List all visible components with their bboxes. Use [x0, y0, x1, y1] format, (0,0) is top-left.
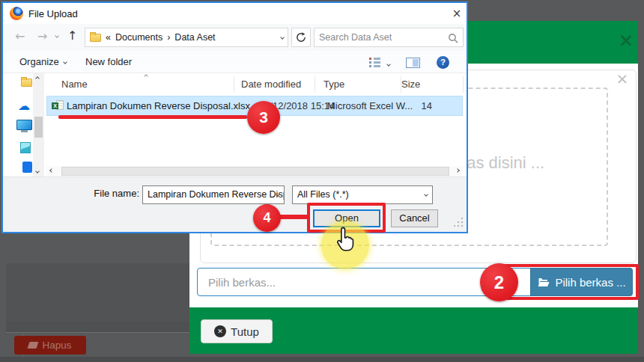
file-name-cell: Lampiran Dokumen Reverse Disposal.xlsx	[67, 100, 250, 111]
annotation-underline	[58, 115, 247, 119]
address-bar[interactable]: « Documents › Data Aset	[85, 28, 288, 47]
dimmed-page-block	[6, 263, 190, 322]
scroll-right-icon[interactable]	[455, 168, 460, 173]
horizontal-scrollbar[interactable]	[46, 166, 463, 177]
breadcrumb-documents[interactable]: Documents	[115, 32, 162, 43]
view-dropdown-icon[interactable]	[386, 62, 391, 67]
panel-close-icon[interactable]: ×	[614, 70, 631, 87]
column-divider[interactable]	[463, 76, 464, 93]
scrollbar-thumb[interactable]	[61, 167, 449, 176]
back-icon[interactable]: ←	[15, 31, 25, 43]
column-divider[interactable]	[234, 76, 234, 93]
scroll-down-icon[interactable]	[35, 169, 40, 174]
step-badge-2: 2	[480, 263, 518, 301]
tutup-button[interactable]: ✕ Tutup	[201, 319, 273, 343]
modal-close-icon[interactable]: ×	[617, 31, 635, 49]
sort-ascending-icon	[144, 74, 148, 79]
dialog-close-icon[interactable]: ×	[450, 7, 464, 20]
dialog-toolbar: Organize New folder ?	[3, 51, 467, 73]
column-header-date[interactable]: Date modified	[241, 79, 301, 90]
file-name-combobox[interactable]: Lampiran Dokumen Reverse Disposal.xlsx	[142, 185, 285, 204]
dialog-titlebar[interactable]: File Upload ×	[3, 3, 467, 24]
column-header-type[interactable]: Type	[323, 79, 344, 90]
resize-grip[interactable]	[461, 225, 463, 227]
help-icon[interactable]: ?	[437, 56, 449, 69]
scrollbar-thumb[interactable]	[34, 117, 43, 138]
sidebar-folder-icon[interactable]	[21, 79, 32, 87]
chevron-down-icon	[63, 60, 67, 64]
onedrive-icon[interactable]: ☁	[18, 100, 30, 112]
forward-icon[interactable]: →	[37, 31, 47, 43]
details-view-icon[interactable]	[369, 58, 381, 67]
breadcrumb-current[interactable]: Data Aset	[174, 32, 215, 43]
3d-objects-icon[interactable]	[20, 142, 31, 153]
file-name-label: File name:	[93, 188, 139, 199]
cancel-button[interactable]: Cancel	[391, 209, 438, 227]
refresh-icon	[296, 32, 306, 43]
up-icon[interactable]: ↑	[67, 30, 77, 42]
hapus-label: Hapus	[42, 340, 71, 351]
page-divider	[6, 332, 190, 333]
history-dropdown-icon[interactable]	[55, 34, 59, 38]
preview-pane-icon[interactable]	[406, 58, 420, 68]
new-folder-button[interactable]: New folder	[85, 56, 132, 67]
scroll-left-icon[interactable]	[49, 168, 54, 173]
sidebar-scrollbar[interactable]	[33, 73, 44, 177]
step-badge-3: 3	[247, 101, 280, 134]
dialog-navbar: ← → ↑ « Documents › Data Aset	[3, 24, 467, 51]
file-name-value: Lampiran Dokumen Reverse Disposal.xlsx	[148, 189, 285, 200]
column-divider[interactable]	[315, 76, 315, 93]
firefox-icon	[10, 7, 23, 20]
organize-button[interactable]: Organize	[19, 56, 67, 67]
desktop-icon[interactable]	[22, 162, 32, 173]
chevron-down-icon[interactable]	[424, 192, 428, 197]
search-box[interactable]	[314, 28, 464, 47]
breadcrumb-root[interactable]: «	[106, 32, 111, 43]
organize-label: Organize	[19, 56, 59, 67]
search-input[interactable]	[319, 29, 446, 46]
tutup-label: Tutup	[231, 325, 259, 338]
dialog-title: File Upload	[28, 8, 78, 19]
breadcrumb-separator: ›	[167, 32, 170, 43]
file-type-value: All Files (*.*)	[297, 189, 349, 200]
column-header-name[interactable]: Name	[61, 79, 88, 90]
folder-icon	[90, 34, 101, 42]
close-circle-icon: ✕	[214, 325, 226, 337]
search-icon[interactable]	[448, 33, 458, 46]
excel-file-icon: X	[52, 100, 64, 111]
file-size-cell: 14	[422, 100, 432, 111]
scroll-up-icon[interactable]	[35, 76, 40, 81]
step-badge-4: 4	[253, 204, 281, 232]
refresh-button[interactable]	[291, 28, 311, 47]
hand-cursor-icon	[335, 226, 357, 256]
column-divider[interactable]	[401, 76, 401, 93]
this-pc-icon[interactable]	[16, 120, 32, 130]
hapus-button[interactable]: Hapus	[14, 336, 86, 355]
address-dropdown-icon[interactable]	[280, 35, 285, 40]
column-header-row: Name Date modified Type Size	[46, 75, 467, 94]
eraser-icon	[28, 342, 39, 349]
column-header-size[interactable]: Size	[401, 79, 420, 90]
screen: Hapus × × Letakkan berkas disini ... Pil…	[0, 0, 644, 362]
file-type-combobox[interactable]: All Files (*.*)	[292, 185, 433, 204]
file-type-cell: Microsoft Excel W...	[327, 100, 413, 111]
dimmed-page-block	[6, 322, 190, 332]
page-bottom-strip	[0, 357, 644, 362]
